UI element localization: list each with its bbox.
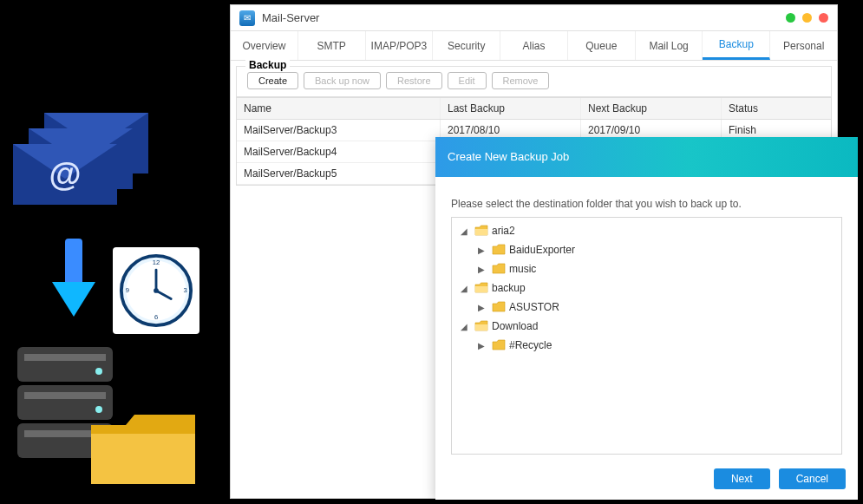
tree-node-label: BaiduExporter (509, 244, 575, 256)
svg-text:12: 12 (153, 259, 160, 266)
tree-node-backup[interactable]: ◢backup (452, 278, 841, 298)
col-last-backup[interactable]: Last Backup (441, 98, 581, 119)
expand-icon[interactable]: ▶ (474, 245, 488, 255)
close-button[interactable] (819, 13, 828, 23)
collapse-icon[interactable]: ◢ (457, 322, 471, 331)
tab-queue[interactable]: Queue (568, 31, 636, 60)
create-backup-dialog: Create New Backup Job Please select the … (435, 137, 858, 500)
tree-node-label: Download (492, 320, 538, 332)
clock-illustration: 123 69 (113, 247, 199, 334)
svg-point-22 (95, 368, 102, 375)
toolbar: Create Back up now Restore Edit Remove (247, 70, 821, 95)
tree-node-label: ASUSTOR (509, 301, 559, 313)
tab-security[interactable]: Security (433, 31, 500, 60)
backup-now-button[interactable]: Back up now (304, 72, 381, 89)
tree-node-aria2[interactable]: ◢aria2 (452, 221, 841, 240)
tab-imap-pop3[interactable]: IMAP/POP3 (366, 31, 434, 60)
tab-alias[interactable]: Alias (500, 31, 568, 60)
remove-button[interactable]: Remove (492, 72, 550, 89)
expand-icon[interactable]: ▶ (474, 341, 488, 350)
svg-text:@: @ (49, 156, 81, 193)
cell-name: MailServer/Backup3 (237, 120, 441, 141)
collapse-icon[interactable]: ◢ (457, 284, 471, 293)
dialog-footer: Next Cancel (435, 461, 858, 500)
tab-bar: OverviewSMTPIMAP/POP3SecurityAliasQueueM… (231, 31, 837, 61)
tree-node-label: backup (492, 282, 526, 294)
tree-node-music[interactable]: ▶music (452, 259, 841, 278)
svg-text:9: 9 (126, 286, 129, 294)
mail-server-app-icon: ✉ (239, 10, 255, 26)
tree-node-asustor[interactable]: ▶ASUSTOR (452, 298, 841, 317)
folder-illustration (87, 408, 199, 494)
table-header: Name Last Backup Next Backup Status (237, 98, 831, 120)
next-button[interactable]: Next (714, 468, 770, 489)
dialog-prompt: Please select the destination folder tha… (451, 198, 842, 210)
svg-marker-8 (52, 282, 95, 317)
col-name[interactable]: Name (237, 98, 441, 119)
backup-section: Backup Create Back up now Restore Edit R… (236, 66, 832, 97)
tree-node--recycle[interactable]: ▶#Recycle (452, 336, 841, 355)
maximize-button[interactable] (802, 13, 812, 23)
tab-backup[interactable]: Backup (703, 31, 770, 60)
expand-icon[interactable]: ▶ (474, 265, 488, 274)
edit-button[interactable]: Edit (448, 72, 487, 89)
col-next-backup[interactable]: Next Backup (581, 98, 722, 119)
section-legend: Backup (245, 59, 290, 71)
tab-mail-log[interactable]: Mail Log (636, 31, 703, 60)
dialog-title: Create New Backup Job (435, 137, 858, 177)
svg-point-13 (154, 288, 159, 293)
window-controls (786, 13, 828, 23)
svg-rect-7 (65, 239, 82, 286)
svg-text:6: 6 (154, 313, 158, 321)
cell-name: MailServer/Backup5 (237, 163, 441, 184)
svg-rect-21 (24, 354, 106, 361)
tree-node-baiduexporter[interactable]: ▶BaiduExporter (452, 240, 841, 259)
tree-node-label: aria2 (492, 225, 515, 237)
folder-tree[interactable]: ◢aria2▶BaiduExporter▶music◢backup▶ASUSTO… (451, 217, 842, 455)
col-status[interactable]: Status (722, 98, 831, 119)
down-arrow-icon (48, 239, 100, 317)
cell-name: MailServer/Backup4 (237, 141, 441, 162)
tree-node-label: #Recycle (509, 339, 552, 351)
cancel-button[interactable]: Cancel (779, 468, 846, 489)
restore-button[interactable]: Restore (386, 72, 442, 89)
expand-icon[interactable]: ▶ (474, 303, 488, 312)
titlebar: ✉ Mail-Server (231, 5, 837, 31)
minimize-button[interactable] (786, 13, 795, 23)
tab-smtp[interactable]: SMTP (298, 31, 366, 60)
svg-rect-18 (17, 347, 113, 382)
tree-node-download[interactable]: ◢Download (452, 317, 841, 336)
mail-envelopes-illustration: @ (13, 104, 169, 217)
svg-rect-23 (24, 392, 106, 399)
dialog-body: Please select the destination folder tha… (435, 177, 858, 461)
svg-text:3: 3 (184, 286, 187, 294)
tab-personal[interactable]: Personal (770, 31, 837, 60)
create-button[interactable]: Create (247, 72, 298, 89)
collapse-icon[interactable]: ◢ (457, 226, 471, 236)
tree-node-label: music (509, 263, 536, 275)
tab-overview[interactable]: Overview (231, 31, 298, 60)
window-title: Mail-Server (262, 11, 319, 24)
